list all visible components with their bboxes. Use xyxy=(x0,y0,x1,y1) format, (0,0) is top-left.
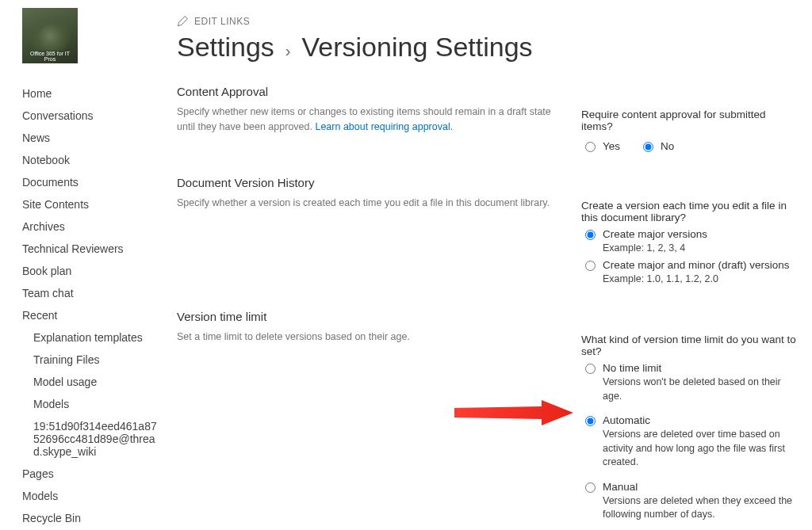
nav-team-chat[interactable]: Team chat xyxy=(22,282,177,304)
section-time-limit: Version time limit Set a time limit to d… xyxy=(177,310,806,522)
timelimit-none-radio[interactable] xyxy=(585,364,596,374)
approval-yes-radio[interactable] xyxy=(585,142,596,152)
nav-conversations[interactable]: Conversations xyxy=(22,105,177,127)
nav-models[interactable]: Models xyxy=(22,485,177,507)
history-major-example: Example: 1, 2, 3, 4 xyxy=(603,242,707,256)
section-description: Specify whether a version is created eac… xyxy=(177,196,557,211)
nav-documents[interactable]: Documents xyxy=(22,171,177,193)
nav-recent-training-files[interactable]: Training Files xyxy=(22,349,177,371)
section-description: Specify whether new items or changes to … xyxy=(177,105,557,135)
section-title: Version time limit xyxy=(177,310,557,323)
breadcrumb-root[interactable]: Settings xyxy=(177,32,274,63)
history-major-radio[interactable] xyxy=(585,230,596,240)
nav-recycle-bin[interactable]: Recycle Bin xyxy=(22,507,177,529)
approval-no-option[interactable]: No xyxy=(639,140,674,152)
timelimit-manual-desc: Versions are deleted when they exceed th… xyxy=(603,494,799,522)
approval-yes-option[interactable]: Yes xyxy=(581,140,620,152)
edit-links-label: EDIT LINKS xyxy=(194,16,250,27)
nav-pages[interactable]: Pages xyxy=(22,463,177,485)
site-logo-caption: Office 365 for IT Pros xyxy=(24,51,76,62)
section-title: Content Approval xyxy=(177,85,557,98)
timelimit-field-label: What kind of version time limit do you w… xyxy=(581,334,799,357)
site-logo[interactable]: Office 365 for IT Pros xyxy=(22,8,78,63)
page-title: Versioning Settings xyxy=(302,32,533,63)
svg-marker-0 xyxy=(454,400,573,425)
section-description: Set a time limit to delete versions base… xyxy=(177,330,557,345)
breadcrumb: Settings › Versioning Settings xyxy=(177,32,806,63)
annotation-arrow-icon xyxy=(454,397,573,429)
timelimit-automatic-option[interactable]: Automatic Versions are deleted over time… xyxy=(581,414,799,470)
timelimit-none-option[interactable]: No time limit Versions won't be deleted … xyxy=(581,362,799,403)
history-minor-option[interactable]: Create major and minor (draft) versions … xyxy=(581,259,799,287)
timelimit-manual-radio[interactable] xyxy=(585,482,596,493)
site-nav: Home Conversations News Notebook Documen… xyxy=(22,82,177,529)
nav-site-contents[interactable]: Site Contents xyxy=(22,193,177,215)
timelimit-automatic-desc: Versions are deleted over time based on … xyxy=(603,428,799,470)
nav-home[interactable]: Home xyxy=(22,82,177,105)
timelimit-manual-option[interactable]: Manual Versions are deleted when they ex… xyxy=(581,481,799,522)
chevron-right-icon: › xyxy=(285,42,291,60)
nav-notebook[interactable]: Notebook xyxy=(22,149,177,171)
edit-links-button[interactable]: EDIT LINKS xyxy=(177,16,806,27)
section-title: Document Version History xyxy=(177,176,557,189)
nav-recent-model-usage[interactable]: Model usage xyxy=(22,371,177,393)
pencil-icon xyxy=(177,16,188,27)
history-field-label: Create a version each time you edit a fi… xyxy=(581,200,799,223)
nav-news[interactable]: News xyxy=(22,127,177,149)
nav-technical-reviewers[interactable]: Technical Reviewers xyxy=(22,238,177,260)
timelimit-automatic-radio[interactable] xyxy=(585,416,596,426)
nav-recent[interactable]: Recent xyxy=(22,304,177,326)
history-major-option[interactable]: Create major versions Example: 1, 2, 3, … xyxy=(581,228,799,256)
section-content-approval: Content Approval Specify whether new ite… xyxy=(177,85,806,152)
nav-book-plan[interactable]: Book plan xyxy=(22,260,177,282)
approval-field-label: Require content approval for submitted i… xyxy=(581,109,799,132)
nav-archives[interactable]: Archives xyxy=(22,215,177,238)
learn-approval-link[interactable]: Learn about requiring approval. xyxy=(315,121,453,132)
nav-recent-explanation-templates[interactable]: Explanation templates xyxy=(22,326,177,349)
approval-no-radio[interactable] xyxy=(643,142,653,152)
timelimit-none-desc: Versions won't be deleted based on their… xyxy=(603,376,799,403)
history-minor-example: Example: 1.0, 1.1, 1.2, 2.0 xyxy=(603,273,790,287)
nav-recent-thread[interactable]: 19:51d90f314eed461a8752696cc481d89e@thre… xyxy=(22,415,157,463)
nav-recent-models[interactable]: Models xyxy=(22,393,177,415)
section-version-history: Document Version History Specify whether… xyxy=(177,176,806,286)
history-minor-radio[interactable] xyxy=(585,261,596,271)
